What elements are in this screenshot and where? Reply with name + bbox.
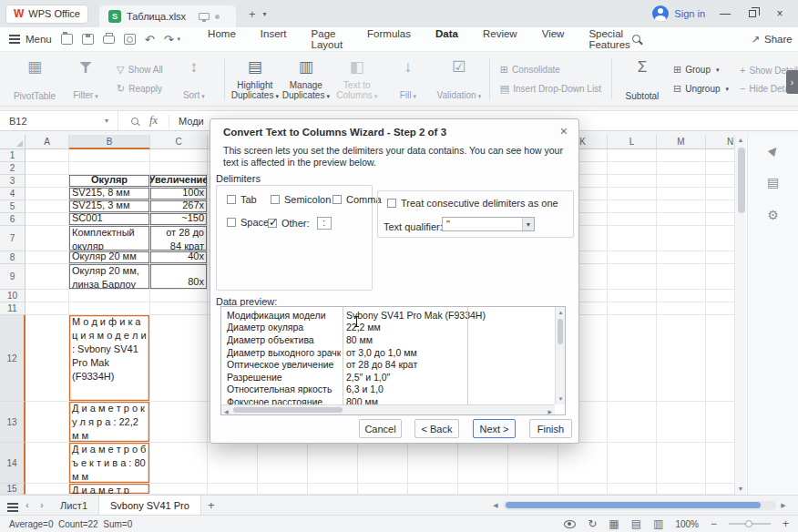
column-header-b[interactable]: B (69, 135, 150, 149)
validation-button[interactable]: ☑ Validation▾ (434, 56, 485, 103)
text-to-columns-button[interactable]: ◧ Text to Columns▾ (332, 56, 383, 103)
cell-a6[interactable] (26, 213, 69, 226)
cell-m1[interactable] (657, 149, 706, 162)
cell-m10[interactable] (657, 290, 706, 302)
preview-horizontal-scrollbar[interactable]: ◀ ▶ (221, 404, 555, 414)
semicolon-delimiter-option[interactable]: Semicolon (271, 194, 331, 205)
row-header-8[interactable]: 8 (0, 251, 26, 264)
cell-l7[interactable] (608, 226, 657, 251)
cell-b8[interactable]: Окуляр 20 мм (69, 251, 150, 264)
zoom-slider[interactable] (729, 523, 771, 525)
cell-f14[interactable] (308, 443, 358, 484)
cell-l5[interactable] (608, 200, 657, 213)
page-layout-view-icon[interactable]: ▤ (631, 517, 641, 530)
cell-n4[interactable] (706, 188, 734, 200)
cell-l10[interactable] (608, 290, 657, 302)
cell-b13[interactable]: Д и а м е т р о к у л я р а : 22,2 м м (69, 402, 150, 443)
row-header-12[interactable]: 12 (0, 315, 26, 402)
cell-a12[interactable] (26, 315, 69, 402)
name-box-chevron-icon[interactable]: ▾ (105, 117, 108, 125)
cell-b14[interactable]: Д и а м е т р о б ъ е к т и в а : 80 м м (69, 443, 150, 484)
print-preview-icon[interactable] (124, 34, 136, 45)
zoom-level[interactable]: 100% (675, 519, 699, 529)
cell-a14[interactable] (26, 443, 69, 484)
cell-c3[interactable]: Увеличение (150, 175, 208, 188)
insert-function-button[interactable]: fx (149, 114, 158, 128)
cell-b11[interactable] (69, 302, 150, 315)
cell-n5[interactable] (706, 200, 734, 213)
cell-l12[interactable] (608, 315, 657, 402)
restore-button[interactable] (745, 7, 760, 20)
row-header-11[interactable]: 11 (0, 302, 26, 315)
cell-l11[interactable] (608, 302, 657, 315)
formula-content[interactable]: Моди (179, 116, 204, 127)
next-button[interactable]: Next > (473, 419, 516, 438)
wps-office-button[interactable]: W WPS Office (5, 5, 88, 24)
next-sheet-icon[interactable]: › (35, 500, 49, 510)
dialog-close-icon[interactable]: × (560, 124, 568, 138)
settings-gear-icon[interactable]: ⚙ (767, 208, 779, 222)
tab-review[interactable]: Review (481, 23, 519, 56)
other-delimiter-input[interactable]: : (317, 217, 332, 230)
normal-view-icon[interactable]: ▦ (609, 517, 619, 530)
cell-n14[interactable] (706, 443, 734, 484)
cell-m4[interactable] (657, 188, 706, 200)
cell-n3[interactable] (706, 175, 734, 188)
cell-a2[interactable] (26, 162, 69, 175)
cell-c5[interactable]: 267x (150, 200, 208, 213)
cell-n2[interactable] (706, 162, 734, 175)
notebook-icon[interactable]: ▤ (767, 175, 779, 189)
refresh-icon[interactable]: ↻ (588, 517, 597, 530)
cell-c14[interactable] (150, 443, 208, 484)
sheet-tab-svbony-sv41-pro[interactable]: Svbony SV41 Pro (98, 496, 201, 515)
row-header-14[interactable]: 14 (0, 443, 26, 484)
cell-b1[interactable] (69, 149, 150, 162)
cell-a1[interactable] (26, 149, 69, 162)
select-cursor-icon[interactable]: ▶ (765, 143, 781, 158)
cell-i14[interactable] (458, 443, 508, 484)
undo-icon[interactable]: ↶ (145, 33, 155, 46)
share-button[interactable]: ↗ Share (752, 34, 793, 46)
cell-c7[interactable]: от 28 до 84 крат (150, 226, 208, 251)
cell-e14[interactable] (258, 443, 308, 484)
cell-m7[interactable] (657, 226, 706, 251)
row-header-9[interactable]: 9 (0, 264, 26, 290)
print-icon[interactable] (103, 36, 115, 44)
tab-special-features[interactable]: Special Features (587, 23, 631, 56)
tab-delimiter-option[interactable]: Tab (227, 194, 257, 205)
cell-n6[interactable] (706, 213, 734, 226)
space-delimiter-option[interactable]: Space (227, 217, 269, 228)
cell-n15[interactable] (706, 484, 734, 495)
scroll-right-icon[interactable]: ▶ (778, 502, 789, 509)
other-checkbox[interactable] (268, 219, 277, 228)
cell-c9[interactable]: 80x (150, 264, 208, 290)
tab-formulas[interactable]: Formulas (365, 23, 413, 56)
text-qualifier-dropdown[interactable]: " ▼ (442, 217, 535, 231)
cell-m12[interactable] (657, 315, 706, 402)
cell-m11[interactable] (657, 302, 706, 315)
column-header-l[interactable]: L (608, 135, 657, 149)
cell-n10[interactable] (706, 290, 734, 302)
cell-h14[interactable] (408, 443, 458, 484)
space-checkbox[interactable] (227, 218, 236, 227)
cell-l13[interactable] (608, 402, 657, 443)
cell-l2[interactable] (608, 162, 657, 175)
preview-vscroll-thumb[interactable] (558, 319, 563, 344)
cell-j15[interactable] (508, 484, 558, 495)
zoom-out-button[interactable]: − (711, 517, 717, 530)
cell-b3[interactable]: Окуляр (69, 175, 150, 188)
cell-d15[interactable] (208, 484, 258, 495)
cell-d14[interactable] (208, 443, 258, 484)
cell-c11[interactable] (150, 302, 208, 315)
eye-icon[interactable] (564, 520, 576, 528)
row-header-13[interactable]: 13 (0, 402, 26, 443)
cell-c2[interactable] (150, 162, 208, 175)
manage-duplicates-button[interactable]: ▥ Manage Duplicates▾ (281, 56, 332, 103)
sign-in-link[interactable]: Sign in (674, 8, 705, 19)
cell-c4[interactable]: 100x (150, 188, 208, 200)
cell-a5[interactable] (26, 200, 69, 213)
cell-c12[interactable] (150, 315, 208, 402)
insert-dropdown-list-button[interactable]: ▤Insert Drop-Down List (500, 83, 601, 95)
horizontal-scrollbar-thumb[interactable] (506, 502, 761, 508)
cell-n7[interactable] (706, 226, 734, 251)
